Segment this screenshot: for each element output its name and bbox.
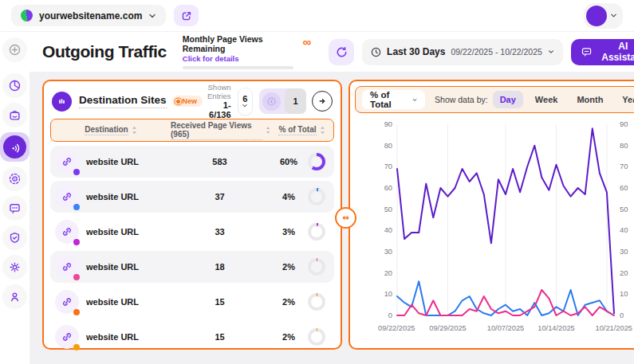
- interval-month[interactable]: Month: [569, 91, 610, 108]
- percent-value: 3%: [282, 227, 295, 237]
- svg-text:80: 80: [620, 142, 628, 150]
- panel-title: Destination Sites: [79, 94, 167, 108]
- svg-text:10/07/2025: 10/07/2025: [487, 324, 525, 332]
- current-page[interactable]: 1: [285, 88, 306, 114]
- page-views-value: 583: [212, 157, 226, 166]
- ai-assistant-label: AI Assistant: [597, 41, 634, 63]
- sidebar-item-visitors[interactable]: [2, 284, 27, 309]
- destination-label: website URL: [86, 262, 139, 272]
- page-views-value: 33: [215, 227, 224, 237]
- refresh-button[interactable]: [329, 39, 354, 65]
- svg-text:10: 10: [384, 290, 392, 298]
- table-row[interactable]: website URL 37 4%: [50, 181, 334, 213]
- link-icon: [55, 290, 79, 314]
- chevron-down-icon: [610, 12, 617, 19]
- svg-text:50: 50: [384, 205, 392, 213]
- sidebar-item-assistant-box[interactable]: [2, 103, 27, 127]
- shield-check-icon: [9, 232, 21, 244]
- sidebar-item-analytics[interactable]: [2, 73, 27, 98]
- circle-plus-icon: [9, 44, 21, 56]
- column-destination[interactable]: Destination: [85, 125, 136, 135]
- percent-donut: [308, 328, 325, 346]
- panel-resize-handle[interactable]: [335, 207, 356, 229]
- range-label: Last 30 Days: [387, 46, 445, 57]
- svg-text:50: 50: [620, 205, 628, 213]
- open-site-button[interactable]: [174, 5, 199, 26]
- column-percent-of-total[interactable]: % of Total: [278, 125, 325, 135]
- table-row[interactable]: website URL 583 60%: [50, 146, 334, 178]
- page-views-value: 15: [215, 297, 224, 307]
- series-color-dot: [73, 169, 80, 175]
- interval-day[interactable]: Day: [493, 91, 523, 108]
- link-icon: [55, 255, 79, 279]
- series-color-dot: [73, 239, 80, 245]
- destination-label: website URL: [86, 297, 139, 307]
- sort-icon: [132, 126, 137, 135]
- svg-text:09/29/2025: 09/29/2025: [429, 324, 467, 332]
- link-icon: [55, 150, 79, 174]
- sidebar: [0, 32, 30, 364]
- sidebar-item-add[interactable]: [2, 37, 27, 62]
- percent-donut: [308, 188, 325, 205]
- arrow-left-icon: [267, 97, 276, 106]
- sidebar-item-security[interactable]: [2, 225, 27, 250]
- page-views-value: 37: [215, 192, 224, 202]
- percent-value: 2%: [282, 332, 295, 342]
- user-menu[interactable]: [584, 3, 623, 29]
- table-row[interactable]: website URL 15 2%: [50, 286, 334, 318]
- sidebar-item-outgoing-traffic[interactable]: [0, 132, 30, 162]
- percent-value: 60%: [280, 157, 297, 166]
- date-range-selector[interactable]: Last 30 Days 09/22/2025 - 10/22/2025: [362, 39, 563, 65]
- series-color-dot: [73, 344, 80, 350]
- shown-entries: Shown Entries 1-6/136: [203, 83, 231, 119]
- table-header-row: Destination Received Page Views (965) % …: [50, 119, 334, 142]
- target-icon: [9, 173, 21, 185]
- page-size-select[interactable]: 6: [238, 88, 252, 115]
- destination-label: website URL: [86, 227, 139, 237]
- outgoing-traffic-icon: [3, 135, 26, 159]
- new-badge: New: [172, 96, 203, 107]
- traffic-line-chart: 0010102020303040405050606070708080909009…: [376, 116, 634, 342]
- chevron-down-icon: [412, 96, 417, 104]
- traffic-chart-panel: % of Total Show data by: Day Week Month …: [349, 80, 634, 350]
- site-name: yourwebsitename.com: [39, 10, 142, 22]
- page-views-value: 18: [215, 262, 224, 272]
- interval-week[interactable]: Week: [528, 91, 565, 108]
- pagination: 1: [259, 88, 306, 114]
- percent-value: 2%: [282, 262, 295, 272]
- gear-icon: [9, 261, 21, 273]
- page-views-value: 15: [215, 332, 224, 342]
- table-row[interactable]: website URL 15 2%: [50, 321, 334, 353]
- previous-page-button[interactable]: [262, 92, 281, 111]
- external-link-icon: [181, 10, 192, 22]
- sidebar-item-comments[interactable]: [2, 196, 27, 221]
- refresh-icon: [336, 46, 348, 58]
- column-received-page-views[interactable]: Received Page Views (965): [171, 121, 270, 140]
- destination-label: website URL: [86, 157, 139, 166]
- series-color-dot: [73, 309, 80, 315]
- svg-text:90: 90: [620, 120, 628, 128]
- table-row[interactable]: website URL 33 3%: [50, 216, 334, 248]
- topbar: yourwebsitename.com: [0, 0, 634, 32]
- interval-year[interactable]: Year: [615, 91, 634, 108]
- sort-icon: [266, 126, 270, 135]
- percent-donut: [308, 153, 325, 170]
- site-selector[interactable]: yourwebsitename.com: [11, 5, 166, 26]
- sidebar-item-settings[interactable]: [2, 255, 27, 280]
- avatar: [586, 6, 607, 26]
- quota-details-link[interactable]: Click for details: [183, 54, 293, 63]
- table-row[interactable]: website URL 18 2%: [50, 251, 334, 283]
- link-icon: [55, 185, 79, 209]
- sidebar-item-tracking[interactable]: [2, 166, 27, 191]
- next-page-button[interactable]: [312, 91, 333, 112]
- clock-icon: [371, 47, 381, 57]
- svg-text:80: 80: [384, 142, 392, 150]
- link-icon: [55, 325, 79, 349]
- chat-bubble-icon: [9, 202, 21, 214]
- svg-text:60: 60: [384, 184, 392, 192]
- metric-select[interactable]: % of Total: [362, 90, 425, 109]
- sort-icon: [320, 126, 325, 135]
- percent-value: 4%: [282, 192, 295, 202]
- svg-text:0: 0: [388, 311, 392, 319]
- ai-assistant-button[interactable]: AI Assistant: [571, 39, 634, 65]
